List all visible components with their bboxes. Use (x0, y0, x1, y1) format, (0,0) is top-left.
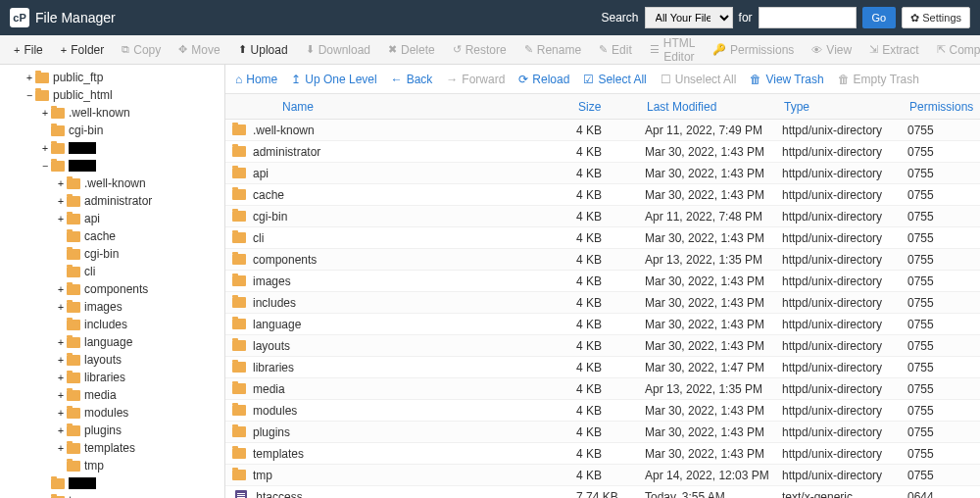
htmleditor-button[interactable]: ☰HTML Editor (642, 32, 703, 68)
table-row[interactable]: media4 KBApr 13, 2022, 1:35 PMhttpd/unix… (225, 378, 980, 400)
table-row[interactable]: components4 KBApr 13, 2022, 1:35 PMhttpd… (225, 249, 980, 271)
restore-button[interactable]: ↺Restore (445, 39, 514, 61)
tree-item[interactable]: +api (0, 210, 224, 227)
file-button[interactable]: +File (6, 39, 51, 61)
up-button[interactable]: ↥Up One Level (291, 73, 376, 86)
upload-button[interactable]: ⬆Upload (230, 39, 296, 61)
tree-item[interactable]: +media (0, 386, 224, 404)
table-row[interactable]: cache4 KBMar 30, 2022, 1:43 PMhttpd/unix… (225, 184, 980, 206)
tree-item[interactable]: +public_ftp (0, 69, 224, 86)
file-list[interactable]: .well-known4 KBApr 11, 2022, 7:49 PMhttp… (225, 120, 980, 498)
tree-item[interactable]: − (0, 157, 224, 174)
expander-icon[interactable]: + (55, 337, 67, 348)
expander-icon[interactable]: + (55, 408, 67, 419)
expander-icon[interactable]: + (55, 284, 67, 295)
download-button[interactable]: ⬇Download (298, 39, 378, 61)
col-size[interactable]: Size (578, 100, 647, 114)
expander-icon[interactable]: + (55, 178, 67, 189)
settings-button[interactable]: ✿Settings (902, 7, 970, 28)
table-row[interactable]: includes4 KBMar 30, 2022, 1:43 PMhttpd/u… (225, 292, 980, 314)
back-button[interactable]: ←Back (391, 73, 433, 86)
tree-item[interactable]: +.well-known (0, 104, 224, 122)
forward-button[interactable]: →Forward (446, 73, 505, 86)
search-scope-select[interactable]: All Your Files (645, 7, 733, 28)
table-row[interactable]: .htaccess7.74 KBToday, 3:55 AMtext/x-gen… (225, 486, 980, 498)
compress-button[interactable]: ⇱Compress (929, 39, 981, 61)
expander-icon[interactable]: − (24, 90, 35, 101)
expander-icon[interactable]: + (55, 373, 67, 383)
table-row[interactable]: api4 KBMar 30, 2022, 1:43 PMhttpd/unix-d… (225, 163, 980, 184)
expander-icon[interactable]: − (39, 161, 51, 172)
table-row[interactable]: cli4 KBMar 30, 2022, 1:43 PMhttpd/unix-d… (225, 227, 980, 249)
folder-button[interactable]: +Folder (53, 39, 112, 61)
tree-item[interactable]: tmp (0, 492, 224, 498)
table-row[interactable]: plugins4 KBMar 30, 2022, 1:43 PMhttpd/un… (225, 422, 980, 443)
tree-item[interactable]: cache (0, 227, 224, 245)
tree-item[interactable]: +libraries (0, 369, 224, 386)
col-type[interactable]: Type (784, 100, 909, 114)
delete-button[interactable]: ✖Delete (380, 39, 443, 61)
tree-item[interactable]: +language (0, 333, 224, 351)
tree-item[interactable]: +components (0, 280, 224, 298)
move-button[interactable]: ✥Move (171, 39, 227, 61)
search-input[interactable] (759, 7, 857, 28)
tree-item[interactable]: +administrator (0, 192, 224, 210)
col-name[interactable]: Name (255, 100, 578, 114)
tree-item[interactable]: +modules (0, 404, 224, 422)
tree-item[interactable]: −public_html (0, 86, 224, 104)
cell-modified: Apr 13, 2022, 1:35 PM (645, 382, 782, 396)
tree-item[interactable]: tmp (0, 457, 224, 474)
expander-icon[interactable]: + (55, 425, 67, 436)
tree-item[interactable]: cgi-bin (0, 122, 224, 139)
unselect-all-button[interactable]: ☐Unselect All (661, 73, 737, 86)
go-button[interactable]: Go (862, 7, 897, 28)
extract-button[interactable]: ⇲Extract (861, 39, 926, 61)
table-row[interactable]: images4 KBMar 30, 2022, 1:43 PMhttpd/uni… (225, 271, 980, 292)
tree-item[interactable]: +templates (0, 439, 224, 457)
expander-icon[interactable]: + (55, 196, 67, 207)
folder-icon (67, 443, 80, 454)
copy-button[interactable]: ⧉Copy (114, 39, 169, 61)
col-permissions[interactable]: Permissions (909, 100, 978, 114)
expander-icon[interactable]: + (55, 443, 67, 454)
table-row[interactable]: modules4 KBMar 30, 2022, 1:43 PMhttpd/un… (225, 400, 980, 422)
folder-icon (67, 196, 80, 207)
expander-icon[interactable]: + (55, 214, 67, 224)
tree-item[interactable]: includes (0, 316, 224, 333)
table-row[interactable]: cgi-bin4 KBApr 11, 2022, 7:48 PMhttpd/un… (225, 206, 980, 227)
expander-icon[interactable]: + (55, 390, 67, 401)
tree-item[interactable]: cli (0, 263, 224, 280)
view-trash-button[interactable]: 🗑View Trash (750, 73, 823, 86)
tree-item[interactable]: + (0, 139, 224, 157)
rename-button[interactable]: ✎Rename (516, 39, 589, 61)
tree-item[interactable]: cgi-bin (0, 245, 224, 263)
expander-icon[interactable]: + (39, 143, 51, 154)
tree-item[interactable]: +images (0, 298, 224, 316)
compress-icon: ⇱ (937, 43, 946, 56)
table-row[interactable]: language4 KBMar 30, 2022, 1:43 PMhttpd/u… (225, 314, 980, 335)
expander-icon[interactable]: + (24, 73, 35, 83)
empty-trash-button[interactable]: 🗑Empty Trash (838, 73, 919, 86)
edit-button[interactable]: ✎Edit (591, 39, 640, 61)
tree-item[interactable] (0, 474, 224, 492)
permissions-button[interactable]: 🔑Permissions (705, 39, 802, 61)
tree-item[interactable]: +plugins (0, 422, 224, 439)
table-row[interactable]: .well-known4 KBApr 11, 2022, 7:49 PMhttp… (225, 120, 980, 141)
select-all-button[interactable]: ☑Select All (583, 73, 646, 86)
table-row[interactable]: layouts4 KBMar 30, 2022, 1:43 PMhttpd/un… (225, 335, 980, 357)
view-button[interactable]: 👁View (804, 39, 859, 61)
expander-icon[interactable]: + (55, 302, 67, 313)
table-row[interactable]: templates4 KBMar 30, 2022, 1:43 PMhttpd/… (225, 443, 980, 465)
tree-item[interactable]: +layouts (0, 351, 224, 369)
expander-icon[interactable]: + (55, 355, 67, 366)
table-row[interactable]: administrator4 KBMar 30, 2022, 1:43 PMht… (225, 141, 980, 163)
cell-permissions: 0755 (907, 425, 976, 439)
expander-icon[interactable]: + (39, 108, 51, 119)
table-row[interactable]: libraries4 KBMar 30, 2022, 1:47 PMhttpd/… (225, 357, 980, 378)
folder-tree[interactable]: +public_ftp−public_html+.well-knowncgi-b… (0, 65, 225, 498)
home-button[interactable]: ⌂Home (235, 73, 277, 86)
col-modified[interactable]: Last Modified (647, 100, 784, 114)
reload-button[interactable]: ⟳Reload (518, 73, 569, 86)
table-row[interactable]: tmp4 KBApr 14, 2022, 12:03 PMhttpd/unix-… (225, 465, 980, 486)
tree-item[interactable]: +.well-known (0, 174, 224, 192)
